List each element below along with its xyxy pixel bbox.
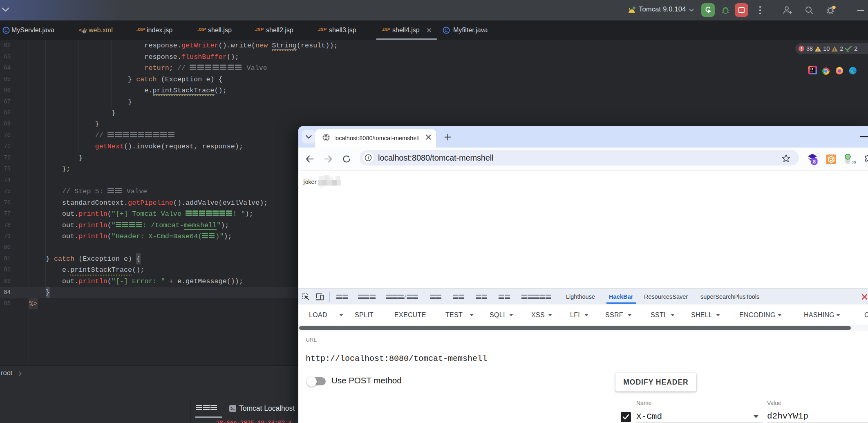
svg-text:JS: JS bbox=[852, 160, 856, 164]
svg-text:C: C bbox=[445, 28, 448, 33]
svg-text:C: C bbox=[4, 28, 8, 33]
svg-text:8: 8 bbox=[813, 159, 816, 165]
svg-text:IJ: IJ bbox=[810, 68, 813, 71]
